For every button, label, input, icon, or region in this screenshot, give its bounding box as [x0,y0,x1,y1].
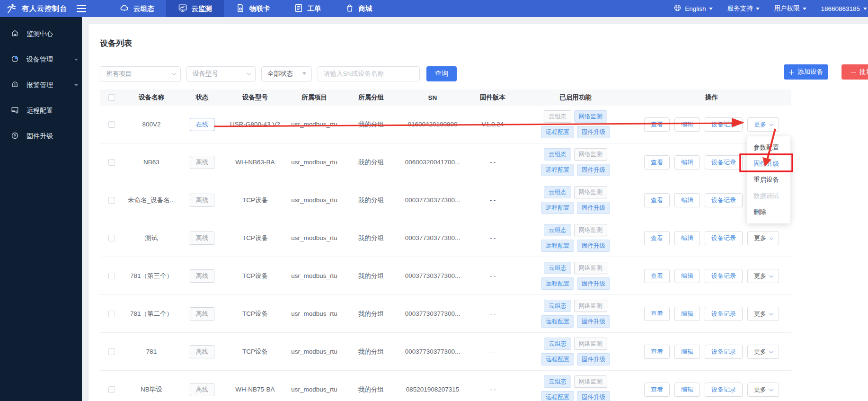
edit-button[interactable]: 编辑 [681,310,693,318]
status-badge: 离线 [190,383,214,396]
status-badge: 离线 [190,232,214,245]
edit-button[interactable]: 编辑 [681,348,693,356]
nav-label: 商城 [359,4,372,13]
dropdown-item[interactable]: 参数配置 [747,140,790,156]
feature-badge-network-monitor: 网络监测 [574,110,607,123]
edit-button[interactable]: 编辑 [681,272,693,280]
dropdown-item[interactable]: 固件升级 [747,156,790,172]
device-model: TCP设备 [225,272,285,280]
nav-work-order[interactable]: 工单 [282,0,333,17]
permission-label: 用户权限 [774,4,799,13]
view-button[interactable]: 查看 [651,120,663,129]
chevron-down-icon [756,8,760,10]
row-checkbox[interactable] [108,235,115,241]
hamburger-icon[interactable] [77,5,86,12]
select-all-checkbox[interactable] [108,94,115,101]
edit-button[interactable]: 编辑 [681,234,693,242]
sidebar-item-label: 监测中心 [27,30,53,38]
project-select[interactable]: 所有项目 [100,66,181,81]
language-menu[interactable]: English [673,4,713,13]
row-checkbox[interactable] [108,197,115,204]
device-project: usr_modbus_rtu [285,386,343,393]
device-project: usr_modbus_rtu [285,159,343,166]
sidebar-item-remote-config[interactable]: 远程配置 [0,98,82,124]
view-button[interactable]: 查看 [651,348,663,356]
status-select[interactable]: 全部状态 [261,66,312,81]
feature-badge-cloud-scada: 云组态 [544,300,571,312]
nav-cloud-monitor[interactable]: 云监测 [166,0,224,17]
more-button[interactable]: 更多 [747,117,779,132]
row-checkbox[interactable] [108,159,115,166]
device-record-button[interactable]: 设备记录 [711,385,736,394]
dropdown-item[interactable]: 删除 [747,204,790,220]
view-button[interactable]: 查看 [651,158,663,167]
more-button[interactable]: 更多 [747,269,779,283]
column-header-model: 设备型号 [225,93,285,102]
device-record-button[interactable]: 设备记录 [711,158,736,167]
topbar-right: English 服务支持 用户权限 18660863185 [673,4,868,13]
row-checkbox[interactable] [108,273,115,279]
device-project: usr_modbus_rtu [285,348,343,355]
remote-config-icon [10,106,19,116]
sidebar-item-firmware-upgrade[interactable]: 固件升级 [0,124,82,149]
feature-badge-firmware-upgrade: 固件升级 [577,240,610,252]
device-record-button[interactable]: 设备记录 [711,310,736,318]
view-button[interactable]: 查看 [651,310,663,318]
edit-button[interactable]: 编辑 [681,158,693,167]
nav-cloud-scada[interactable]: 云组态 [108,0,166,17]
permission-menu[interactable]: 用户权限 [774,4,806,13]
sidebar-item-device-management[interactable]: 设备管理 [0,47,82,72]
alarm-icon [10,80,19,90]
device-record-button[interactable]: 设备记录 [711,348,736,356]
status-badge: 在线 [190,118,214,131]
minus-icon [851,70,856,75]
edit-button[interactable]: 编辑 [681,196,693,205]
view-button[interactable]: 查看 [651,196,663,205]
more-button[interactable]: 更多 [747,383,779,397]
cloud-icon [120,3,129,14]
row-checkbox[interactable] [108,348,115,355]
device-record-button[interactable]: 设备记录 [711,120,736,129]
dropdown-item[interactable]: 重启设备 [747,172,790,188]
query-button[interactable]: 查询 [426,66,457,81]
nav-iot-card[interactable]: 物联卡 [224,0,282,17]
column-header-firmware: 固件版本 [466,93,519,102]
nav-store[interactable]: 商城 [333,0,384,17]
support-menu[interactable]: 服务支持 [727,4,760,13]
row-checkbox[interactable] [108,121,115,128]
view-button[interactable]: 查看 [651,234,663,242]
row-checkbox[interactable] [108,386,115,393]
more-button[interactable]: 更多 [747,345,779,359]
chevron-down-icon [247,71,251,75]
feature-badge-network-monitor: 网络监测 [574,262,607,274]
view-button[interactable]: 查看 [651,385,663,394]
search-input[interactable] [318,66,420,81]
more-button[interactable]: 更多 [747,307,779,321]
device-model: WH-NB75-BA [225,386,285,393]
sidebar-item-label: 设备管理 [27,55,53,64]
sidebar-item-monitor-center[interactable]: 监测中心 [0,21,82,47]
model-select[interactable]: 设备型号 [186,66,256,81]
sidebar-item-alarm-management[interactable]: 报警管理 [0,72,82,98]
add-device-label: 添加设备 [797,68,823,76]
sidebar-item-label: 报警管理 [27,81,53,89]
device-sn: 085201908207315 [399,386,466,393]
account-menu[interactable]: 18660863185 [821,5,867,12]
more-button[interactable]: 更多 [747,231,779,245]
device-record-button[interactable]: 设备记录 [711,234,736,242]
device-project: usr_modbus_rtu [285,234,343,241]
device-firmware: - - [466,159,519,166]
sim-card-icon [236,3,245,14]
batch-delete-button[interactable]: 批量删除 [841,64,868,80]
device-record-button[interactable]: 设备记录 [711,196,736,205]
edit-button[interactable]: 编辑 [681,385,693,394]
nav-label: 云监测 [192,4,213,13]
device-name: 测试 [124,234,179,242]
add-device-button[interactable]: 添加设备 [784,64,828,80]
feature-badge-cloud-scada: 云组态 [544,148,571,160]
view-button[interactable]: 查看 [651,272,663,280]
row-checkbox[interactable] [108,311,115,317]
edit-button[interactable]: 编辑 [681,120,693,129]
device-record-button[interactable]: 设备记录 [711,272,736,280]
page-title: 设备列表 [89,24,868,58]
